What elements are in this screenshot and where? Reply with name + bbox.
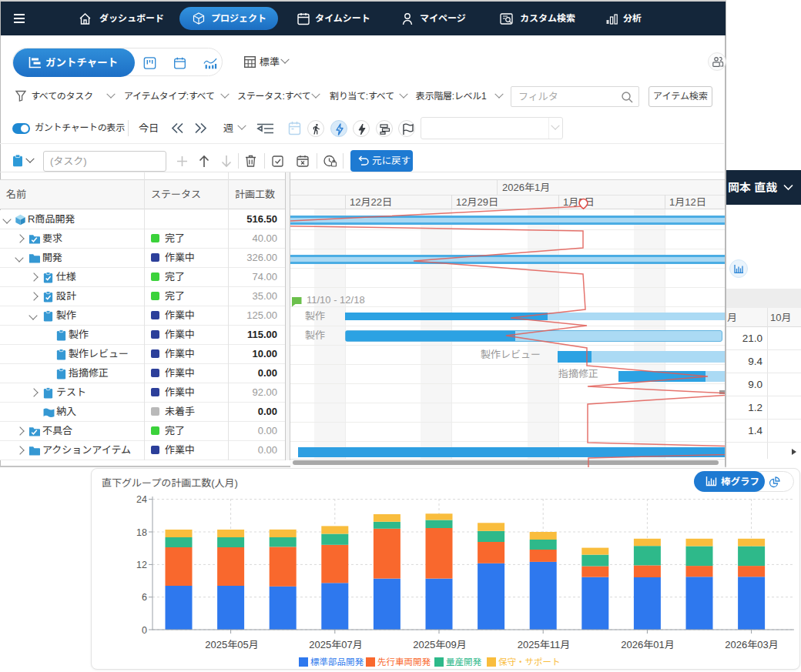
svg-text:12: 12 (136, 560, 147, 570)
svg-text:0: 0 (142, 625, 147, 636)
svg-text:6: 6 (142, 592, 147, 603)
svg-text:18: 18 (136, 527, 147, 538)
svg-text:24: 24 (136, 494, 147, 505)
